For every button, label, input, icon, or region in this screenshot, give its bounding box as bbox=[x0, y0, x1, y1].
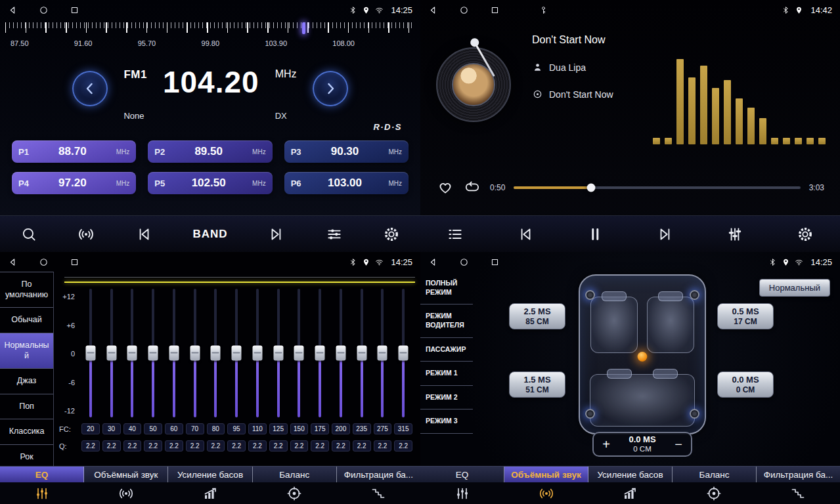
eq-preset-1[interactable]: Обычай bbox=[0, 308, 53, 333]
tab-balance[interactable]: Баланс bbox=[673, 467, 757, 482]
eq-band-slider[interactable] bbox=[101, 289, 122, 417]
delay-increase-button[interactable]: + bbox=[594, 433, 619, 455]
radio-preset-p6[interactable]: P6103.00MHz bbox=[284, 172, 409, 194]
eq-slider-thumb[interactable] bbox=[232, 346, 242, 361]
eq-preset-2[interactable]: Нормальный bbox=[0, 333, 53, 369]
back-icon[interactable] bbox=[8, 257, 18, 267]
previous-track-icon[interactable] bbox=[517, 226, 534, 243]
tab-bass-boost[interactable]: Усиление басов bbox=[168, 467, 252, 482]
eq-band-slider[interactable] bbox=[247, 289, 268, 417]
settings-gear-icon[interactable] bbox=[797, 226, 814, 243]
home-icon[interactable] bbox=[459, 5, 469, 15]
back-icon[interactable] bbox=[428, 257, 438, 267]
delay-front-right[interactable]: 0.5 MS17 CM bbox=[717, 303, 774, 329]
eq-preset-3[interactable]: Джаз bbox=[0, 369, 53, 394]
audio-faders-icon[interactable] bbox=[726, 226, 743, 243]
eq-slider-thumb[interactable] bbox=[106, 346, 116, 361]
eq-band-slider[interactable] bbox=[226, 289, 247, 417]
surround-mode-3[interactable]: РЕЖИМ 1 bbox=[420, 362, 473, 386]
broadcast-icon[interactable] bbox=[77, 226, 95, 243]
previous-icon[interactable] bbox=[135, 226, 152, 243]
tab-surround-icon-cell[interactable] bbox=[84, 482, 168, 504]
eq-slider-thumb[interactable] bbox=[273, 346, 283, 361]
settings-gear-icon[interactable] bbox=[383, 226, 400, 243]
eq-slider-thumb[interactable] bbox=[127, 346, 137, 361]
eq-slider-thumb[interactable] bbox=[211, 346, 221, 361]
eq-band-slider[interactable] bbox=[289, 289, 310, 417]
progress-thumb[interactable] bbox=[587, 183, 596, 192]
tab-filter[interactable]: Фильтрация ба... bbox=[757, 467, 840, 482]
tab-filter-icon-cell[interactable] bbox=[756, 482, 840, 504]
eq-slider-thumb[interactable] bbox=[294, 346, 304, 361]
eq-slider-thumb[interactable] bbox=[148, 346, 158, 361]
tab-eq[interactable]: EQ bbox=[0, 467, 84, 482]
sound-preset-button[interactable]: Нормальный bbox=[759, 279, 830, 297]
repeat-icon[interactable] bbox=[463, 179, 481, 196]
tab-balance-icon-cell[interactable] bbox=[672, 482, 756, 504]
delay-front-left[interactable]: 2.5 MS85 CM bbox=[509, 303, 565, 329]
seek-bar[interactable] bbox=[514, 186, 800, 189]
eq-band-slider[interactable] bbox=[143, 289, 164, 417]
next-icon[interactable] bbox=[268, 226, 285, 243]
search-icon[interactable] bbox=[20, 226, 37, 243]
recents-icon[interactable] bbox=[490, 5, 500, 15]
tab-filter-icon-cell[interactable] bbox=[336, 482, 420, 504]
eq-band-slider[interactable] bbox=[309, 289, 330, 417]
radio-preset-p5[interactable]: P5102.50MHz bbox=[148, 172, 272, 194]
recents-icon[interactable] bbox=[490, 257, 500, 267]
tab-bass-boost-icon-cell[interactable] bbox=[168, 482, 252, 504]
delay-rear-left[interactable]: 1.5 MS51 CM bbox=[509, 371, 565, 398]
eq-slider-thumb[interactable] bbox=[336, 346, 345, 361]
surround-mode-2[interactable]: ПАССАЖИР bbox=[420, 338, 473, 362]
back-icon[interactable] bbox=[428, 5, 438, 15]
eq-slider-thumb[interactable] bbox=[378, 346, 387, 361]
home-icon[interactable] bbox=[39, 257, 49, 267]
tab-balance[interactable]: Баланс bbox=[253, 467, 337, 482]
radio-preset-p4[interactable]: P497.20MHz bbox=[12, 172, 136, 194]
tune-icon[interactable] bbox=[326, 226, 343, 243]
tab-eq[interactable]: EQ bbox=[420, 467, 504, 482]
eq-band-slider[interactable] bbox=[393, 289, 414, 417]
playlist-icon[interactable] bbox=[447, 226, 464, 243]
eq-slider-thumb[interactable] bbox=[357, 346, 366, 361]
eq-slider-thumb[interactable] bbox=[85, 346, 95, 361]
eq-preset-4[interactable]: Поп bbox=[0, 394, 53, 420]
tab-eq-icon-cell[interactable] bbox=[0, 482, 84, 504]
radio-preset-p2[interactable]: P289.50MHz bbox=[148, 140, 272, 163]
seek-up-button[interactable] bbox=[313, 71, 348, 106]
tab-surround[interactable]: Объёмный звук bbox=[84, 467, 168, 482]
eq-band-slider[interactable] bbox=[80, 289, 101, 417]
eq-slider-thumb[interactable] bbox=[190, 346, 200, 361]
eq-band-slider[interactable] bbox=[351, 289, 372, 417]
eq-slider-thumb[interactable] bbox=[315, 346, 325, 361]
back-icon[interactable] bbox=[8, 5, 18, 15]
eq-slider-thumb[interactable] bbox=[399, 346, 409, 361]
home-icon[interactable] bbox=[459, 257, 469, 267]
tab-filter[interactable]: Фильтрация ба... bbox=[337, 467, 420, 482]
eq-band-slider[interactable] bbox=[164, 289, 185, 417]
eq-band-slider[interactable] bbox=[372, 289, 393, 417]
next-track-icon[interactable] bbox=[657, 226, 674, 243]
pause-icon[interactable] bbox=[586, 226, 604, 243]
tab-bass-boost-icon-cell[interactable] bbox=[588, 482, 673, 504]
tab-balance-icon-cell[interactable] bbox=[252, 482, 336, 504]
recents-icon[interactable] bbox=[70, 257, 79, 267]
surround-mode-5[interactable]: РЕЖИМ 3 bbox=[420, 410, 473, 434]
delay-rear-right[interactable]: 0.0 MS0 CM bbox=[717, 371, 774, 398]
favorite-heart-icon[interactable] bbox=[436, 179, 454, 196]
surround-mode-0[interactable]: ПОЛНЫЙ РЕЖИМ bbox=[420, 272, 473, 304]
eq-band-slider[interactable] bbox=[206, 289, 227, 417]
tab-surround-icon-cell[interactable] bbox=[504, 482, 588, 504]
eq-slider-thumb[interactable] bbox=[169, 346, 179, 361]
delay-decrease-button[interactable]: − bbox=[666, 433, 691, 455]
eq-band-slider[interactable] bbox=[330, 289, 351, 417]
seek-down-button[interactable] bbox=[72, 71, 108, 106]
tab-bass-boost[interactable]: Усиление басов bbox=[588, 467, 673, 482]
eq-slider-thumb[interactable] bbox=[252, 346, 262, 361]
radio-preset-p1[interactable]: P188.70MHz bbox=[12, 140, 136, 163]
surround-mode-1[interactable]: РЕЖИМ ВОДИТЕЛЯ bbox=[420, 304, 473, 337]
eq-preset-5[interactable]: Классика bbox=[0, 419, 53, 445]
eq-band-slider[interactable] bbox=[185, 289, 206, 417]
band-button[interactable]: BAND bbox=[192, 228, 227, 241]
eq-band-slider[interactable] bbox=[268, 289, 289, 417]
